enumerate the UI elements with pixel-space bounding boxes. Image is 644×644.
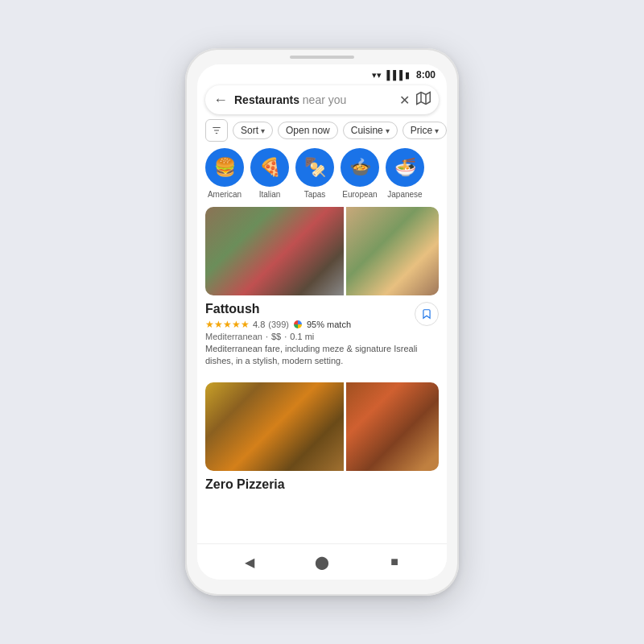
american-icon: 🍔 [205,148,244,187]
pizza-side-image [346,382,439,471]
cuisine-tapas[interactable]: 🍢 Tapas [295,148,334,199]
sort-arrow-icon: ▾ [261,126,265,135]
nav-recents-icon: ■ [390,555,398,569]
filter-bar: Sort ▾ Open now Cuisine ▾ Price ▾ [197,119,447,148]
fattoush-bookmark-button[interactable] [415,302,439,326]
nav-recents-button[interactable]: ■ [383,551,406,573]
open-now-filter-chip[interactable]: Open now [278,122,338,139]
pizza-main-image [205,382,344,471]
cuisine-arrow-icon: ▾ [386,126,390,135]
sort-filter-chip[interactable]: Sort ▾ [233,122,273,139]
status-time: 8:00 [416,69,436,80]
fattoush-rating: 4.8 [253,320,265,329]
fattoush-name: Fattoush [205,302,439,316]
phone-frame: ▾▾ ▐▐▐ ▮ 8:00 ← Restaurants near you ✕ [185,48,459,596]
fattoush-review-count: (399) [268,320,289,329]
status-icons: ▾▾ ▐▐▐ ▮ [372,70,410,80]
battery-icon: ▮ [405,70,410,80]
italian-icon: 🍕 [250,148,289,187]
fattoush-price: $$ [271,332,281,341]
fattoush-side-image [346,207,439,295]
japanese-icon: 🍜 [386,148,424,187]
filter-icon-button[interactable] [205,119,228,142]
bottom-nav: ◀ ⬤ ■ [197,543,447,580]
fattoush-match: 95% match [307,320,351,329]
phone-top-bar [290,56,354,59]
italian-label: Italian [259,190,281,199]
pizza-name: Zero Pizzeria [205,477,439,492]
nav-home-button[interactable]: ⬤ [311,551,333,573]
fattoush-main-image [205,207,344,295]
phone-screen: ▾▾ ▐▐▐ ▮ 8:00 ← Restaurants near you ✕ [197,64,447,580]
restaurant-list: Fattoush ★★★★★ 4.8 (399) 95% match Medit… [197,207,447,543]
restaurant-card-pizza[interactable]: Zero Pizzeria [205,382,439,497]
nav-back-icon: ◀ [245,555,254,570]
svg-marker-0 [417,93,431,105]
cuisine-filter-chip[interactable]: Cuisine ▾ [343,122,398,139]
fattoush-type-meta: Mediterranean · $$ · 0.1 mi [205,332,439,341]
price-filter-chip[interactable]: Price ▾ [402,122,447,139]
japanese-label: Japanese [387,190,422,199]
clear-icon[interactable]: ✕ [399,93,410,108]
price-arrow-icon: ▾ [435,126,439,135]
back-button[interactable]: ← [213,92,228,109]
cuisine-japanese[interactable]: 🍜 Japanese [386,148,424,199]
cuisine-row: 🍔 American 🍕 Italian 🍢 Tapas 🍲 European … [197,148,447,207]
fattoush-meta: ★★★★★ 4.8 (399) 95% match [205,319,439,330]
fattoush-description: Mediterranean fare, including meze & sig… [205,343,439,368]
fattoush-distance: 0.1 mi [290,332,314,341]
fattoush-type: Mediterranean [205,332,262,341]
search-action-icons: ✕ [399,91,431,109]
tapas-label: Tapas [304,190,326,199]
search-query: Restaurants near you [234,93,393,106]
nav-home-icon: ⬤ [315,555,329,570]
european-icon: 🍲 [341,148,379,187]
european-label: European [342,190,377,199]
nav-back-button[interactable]: ◀ [238,551,261,573]
fattoush-info: Fattoush ★★★★★ 4.8 (399) 95% match Medit… [205,295,439,371]
fattoush-images [205,207,439,295]
fattoush-stars: ★★★★★ [205,319,250,330]
status-bar: ▾▾ ▐▐▐ ▮ 8:00 [197,64,447,82]
cuisine-european[interactable]: 🍲 European [341,148,379,199]
cuisine-american[interactable]: 🍔 American [205,148,244,199]
match-dot-icon [294,320,302,328]
map-icon [416,91,431,109]
search-bar[interactable]: ← Restaurants near you ✕ [205,85,439,114]
tapas-icon: 🍢 [295,148,334,187]
pizza-images [205,382,439,471]
wifi-icon: ▾▾ [372,70,382,80]
pizza-info: Zero Pizzeria [205,471,439,497]
signal-icon: ▐▐▐ [384,70,402,80]
american-label: American [208,190,242,199]
restaurant-card-fattoush[interactable]: Fattoush ★★★★★ 4.8 (399) 95% match Medit… [205,207,439,371]
cuisine-italian[interactable]: 🍕 Italian [250,148,289,199]
